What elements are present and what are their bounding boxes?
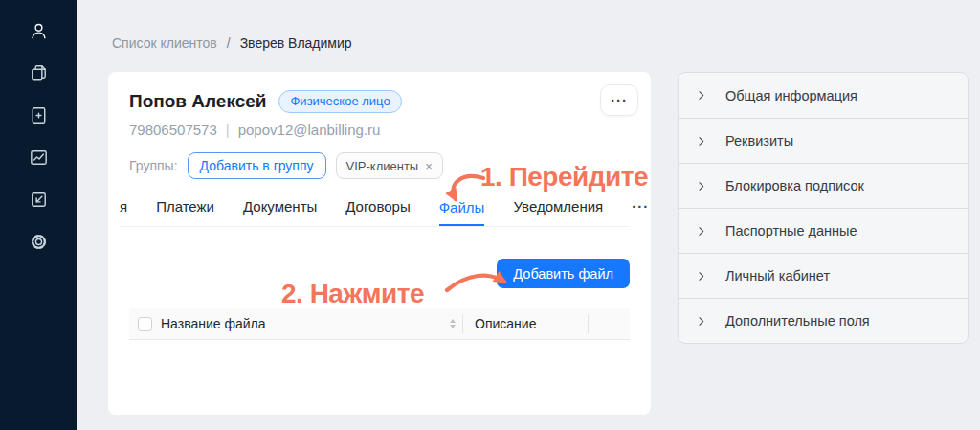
breadcrumb: Список клиентов / Зверев Владимир xyxy=(112,35,352,51)
chevron-right-icon xyxy=(695,270,707,283)
files-table-header: Название файла Описание xyxy=(129,308,630,340)
column-description-label: Описание xyxy=(463,316,588,331)
client-phone: 79806507573 xyxy=(129,122,217,138)
chevron-right-icon xyxy=(695,89,707,102)
breadcrumb-separator: / xyxy=(227,35,231,51)
chevron-right-icon xyxy=(695,180,707,192)
tab-documents[interactable]: Документы xyxy=(243,198,317,226)
details-accordion: Общая информация Реквизиты Блокировка по… xyxy=(678,72,969,344)
chart-icon[interactable] xyxy=(28,147,50,169)
accordion-general-info[interactable]: Общая информация xyxy=(679,73,968,118)
edit-icon[interactable] xyxy=(28,189,50,211)
client-card-header: Попов Алексей Физическое лицо xyxy=(129,90,630,113)
tab-payments[interactable]: Платежи xyxy=(156,198,214,226)
add-to-group-button[interactable]: Добавить в группу xyxy=(188,152,326,179)
annotation-step2: 2. Нажмите xyxy=(281,279,424,309)
group-tag-vip[interactable]: VIP-клиенты × xyxy=(336,152,443,179)
user-icon[interactable] xyxy=(28,20,50,42)
annotation-step1: 1. Перейдите xyxy=(480,162,648,192)
accordion-personal-account[interactable]: Личный кабинет xyxy=(679,253,968,298)
select-all-checkbox[interactable] xyxy=(138,317,152,331)
column-divider xyxy=(588,314,589,333)
client-type-badge: Физическое лицо xyxy=(278,90,401,113)
tab-notifications[interactable]: Уведомления xyxy=(513,198,603,226)
breadcrumb-clients-link[interactable]: Список клиентов xyxy=(112,35,217,51)
column-file-name-label: Название файла xyxy=(161,316,450,331)
tab-truncated[interactable]: я xyxy=(120,198,127,226)
client-name: Попов Алексей xyxy=(129,91,266,112)
add-file-button[interactable]: Добавить файл xyxy=(497,259,630,288)
accordion-passport-data[interactable]: Паспортные данные xyxy=(679,208,968,253)
breadcrumb-current: Зверев Владимир xyxy=(240,35,352,51)
copy-icon[interactable] xyxy=(28,62,50,84)
tab-files[interactable]: Файлы xyxy=(439,199,485,227)
chevron-right-icon xyxy=(695,225,707,238)
tab-bar: я Платежи Документы Договоры Файлы Уведо… xyxy=(120,194,630,227)
column-file-name: Название файла xyxy=(160,316,462,331)
groups-label: Группы: xyxy=(129,158,178,173)
select-all-cell xyxy=(129,317,160,331)
client-card: Попов Алексей Физическое лицо ··· 798065… xyxy=(108,72,651,415)
nav-rail xyxy=(0,0,77,430)
file-add-icon[interactable] xyxy=(28,104,50,126)
tab-more-icon[interactable]: ··· xyxy=(632,198,649,226)
chevron-right-icon xyxy=(695,135,707,147)
client-contacts: 79806507573 | popov12@lanbilling.ru xyxy=(129,122,630,138)
tag-close-icon[interactable]: × xyxy=(425,159,433,173)
card-more-menu-button[interactable]: ··· xyxy=(600,84,638,116)
chevron-right-icon xyxy=(695,315,707,328)
accordion-requisites[interactable]: Реквизиты xyxy=(679,118,968,163)
tab-contracts[interactable]: Договоры xyxy=(345,198,410,226)
accordion-subscription-block[interactable]: Блокировка подписок xyxy=(679,163,968,208)
contact-separator: | xyxy=(226,122,230,138)
client-email: popov12@lanbilling.ru xyxy=(238,122,381,138)
sort-icon[interactable] xyxy=(450,319,456,328)
group-tag-label: VIP-клиенты xyxy=(346,159,419,173)
settings-gear-icon[interactable] xyxy=(28,231,50,253)
accordion-additional-fields[interactable]: Дополнительные поля xyxy=(679,298,968,343)
